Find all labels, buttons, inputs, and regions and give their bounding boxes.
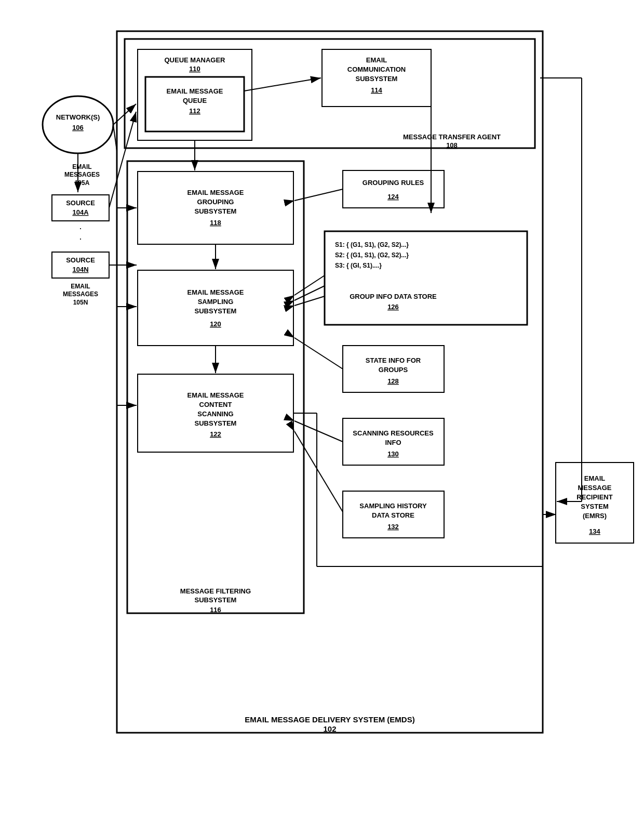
email-msg-105n-num: 105N [73, 299, 88, 306]
eq-num: 112 [189, 107, 200, 115]
sh-label1: SAMPLING HISTORY [359, 502, 427, 510]
qm-label: QUEUE MANAGER [164, 56, 225, 64]
filtering-num: 116 [210, 606, 221, 614]
ec-label1: EMAIL [366, 56, 387, 64]
network-label: NETWORK(S) [56, 113, 100, 121]
main-diagram-svg: NETWORK(S) 106 EMAIL MESSAGES 105A SOURC… [36, 16, 608, 805]
cs-num: 122 [210, 430, 221, 438]
source-104n-label: SOURCE [66, 256, 95, 264]
eq-label2: QUEUE [183, 97, 207, 104]
emrs-label4: SYSTEM [581, 503, 608, 510]
gr-label: GROUPING RULES [363, 179, 424, 187]
emds-num: 102 [323, 724, 336, 733]
grouping-label3: SUBSYSTEM [195, 207, 237, 215]
sh-num: 132 [387, 523, 399, 531]
network-num: 106 [72, 124, 84, 131]
grouping-num: 118 [210, 219, 221, 227]
email-msg-105a-label2: MESSAGES [64, 171, 100, 178]
email-msg-105n-label2: MESSAGES [63, 290, 98, 298]
qm-num: 110 [189, 65, 200, 73]
emds-label: EMAIL MESSAGE DELIVERY SYSTEM (EMDS) [245, 715, 414, 724]
sh-label2: DATA STORE [372, 511, 414, 519]
source-104n-num: 104N [72, 266, 88, 273]
emrs-label2: MESSAGE [578, 484, 611, 492]
si-label2: GROUPS [379, 366, 408, 374]
filtering-label: MESSAGE FILTERING [180, 587, 251, 595]
sampling-num: 120 [210, 320, 221, 328]
emrs-label1: EMAIL [584, 474, 606, 482]
ec-num: 114 [371, 86, 382, 94]
ec-label3: SUBSYSTEM [356, 75, 398, 83]
sampling-label2: SAMPLING [198, 298, 234, 306]
ec-label2: COMMUNICATION [347, 65, 406, 73]
dot2: · [79, 233, 82, 244]
emrs-label5: (EMRS) [583, 512, 607, 520]
sr-label2: INFO [385, 439, 401, 446]
fig-title: FIG. 1 [298, 816, 347, 819]
sampling-label3: SUBSYSTEM [195, 307, 237, 315]
mta-label: MESSAGE TRANSFER AGENT [403, 133, 501, 141]
grouping-label1: EMAIL MESSAGE [187, 189, 244, 196]
grouping-rules-box [343, 170, 444, 208]
email-msg-105n-label: EMAIL [71, 283, 90, 290]
gi-num: 126 [387, 303, 399, 311]
mta-num: 108 [446, 141, 458, 149]
email-msg-105a-label: EMAIL [72, 163, 91, 170]
emrs-num: 134 [589, 527, 600, 535]
grouping-label2: GROUPING [197, 198, 234, 206]
email-msg-105a-num: 105A [75, 179, 90, 187]
filtering-label2: SUBSYSTEM [195, 596, 237, 604]
sr-label1: SCANNING RESOURCES [353, 429, 434, 437]
source-104a-num: 104A [72, 208, 89, 216]
gi-data1: S1: { (G1, S1), (G2, S2)...} [335, 241, 409, 248]
dot1: · [79, 223, 82, 233]
si-num: 128 [387, 377, 399, 385]
gi-data2: S2: { (G1, S1), (G2, S2)...} [335, 252, 409, 259]
sampling-label1: EMAIL MESSAGE [187, 288, 244, 296]
source-104a-label: SOURCE [66, 199, 95, 207]
gi-label: GROUP INFO DATA STORE [350, 293, 437, 300]
sr-num: 130 [387, 450, 399, 458]
cs-label1: EMAIL MESSAGE [187, 391, 244, 399]
cs-label2: CONTENT [199, 401, 232, 408]
si-label1: STATE INFO FOR [366, 356, 421, 364]
cs-label3: SCANNING [197, 410, 233, 418]
diagram-wrapper: NETWORK(S) 106 EMAIL MESSAGES 105A SOURC… [10, 16, 634, 819]
gr-num: 124 [387, 193, 399, 201]
gi-data3: S3: { (GI, S1)....} [335, 262, 382, 269]
eq-label1: EMAIL MESSAGE [167, 87, 223, 95]
cs-label4: SUBSYSTEM [195, 419, 237, 427]
